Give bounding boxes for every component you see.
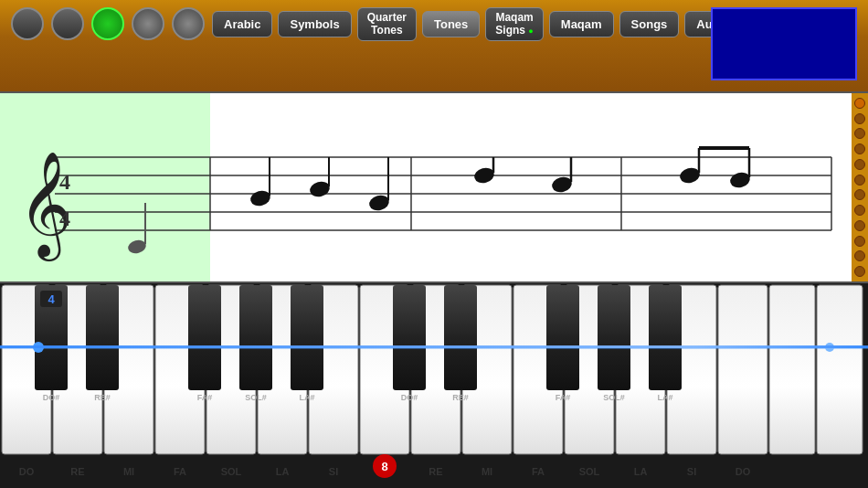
note-badge-8: 8 bbox=[381, 460, 387, 473]
svg-text:SOL#: SOL# bbox=[245, 393, 267, 402]
staff-lines: 𝄞 4 4 bbox=[0, 93, 841, 283]
nav-quarter-tones-button[interactable]: QuarterTones bbox=[357, 7, 417, 41]
scroll-dot[interactable] bbox=[854, 220, 865, 231]
svg-text:RE#: RE# bbox=[452, 393, 469, 402]
scroll-dot[interactable] bbox=[854, 128, 865, 139]
scroll-dot[interactable] bbox=[854, 266, 865, 277]
nav-tones-button[interactable]: Tones bbox=[422, 11, 480, 37]
stop-button[interactable] bbox=[132, 7, 164, 40]
nav-maqam-button[interactable]: Maqam bbox=[549, 11, 614, 37]
scroll-dot[interactable] bbox=[854, 175, 865, 186]
piano-indicator-line bbox=[0, 345, 868, 348]
scroll-dot[interactable] bbox=[854, 250, 865, 261]
svg-text:FA: FA bbox=[532, 466, 545, 477]
pause-button[interactable] bbox=[172, 7, 205, 40]
scroll-dot[interactable] bbox=[854, 236, 865, 247]
svg-rect-65 bbox=[86, 285, 119, 390]
nav-songs-button[interactable]: Songs bbox=[619, 11, 680, 37]
svg-text:SOL: SOL bbox=[579, 466, 600, 477]
piano-area: DO RE MI FA SOL LA SI DO 8 RE MI FA bbox=[0, 283, 868, 484]
top-bar: Arabic Symbols QuarterTones Tones MaqamS… bbox=[0, 0, 868, 91]
scroll-dot[interactable] bbox=[854, 205, 865, 216]
scroll-dot[interactable] bbox=[854, 189, 865, 200]
svg-rect-79 bbox=[598, 285, 630, 390]
key-number-badge: 4 bbox=[48, 292, 55, 306]
svg-point-16 bbox=[308, 179, 331, 198]
svg-text:DO#: DO# bbox=[401, 393, 418, 402]
scroll-dot[interactable] bbox=[854, 113, 865, 124]
svg-rect-81 bbox=[649, 285, 682, 390]
sheet-music-area: 𝄞 4 4 bbox=[0, 91, 868, 283]
nav-maqam-signs-button[interactable]: MaqamSigns ● bbox=[485, 7, 543, 41]
scroll-dot[interactable] bbox=[854, 143, 865, 154]
svg-rect-67 bbox=[188, 285, 221, 390]
svg-rect-69 bbox=[239, 285, 272, 390]
play-button[interactable] bbox=[91, 7, 124, 40]
svg-text:RE: RE bbox=[70, 466, 84, 477]
svg-text:4: 4 bbox=[59, 170, 70, 194]
svg-text:DO: DO bbox=[736, 466, 751, 477]
nav-symbols-button[interactable]: Symbols bbox=[278, 11, 351, 37]
svg-rect-61 bbox=[817, 285, 863, 454]
scroll-dot[interactable] bbox=[854, 159, 865, 170]
svg-text:RE#: RE# bbox=[94, 393, 111, 402]
svg-rect-77 bbox=[546, 285, 579, 390]
svg-text:DO#: DO# bbox=[43, 393, 60, 402]
svg-text:FA#: FA# bbox=[556, 393, 571, 402]
svg-text:MI: MI bbox=[482, 466, 492, 477]
svg-text:SOL#: SOL# bbox=[603, 393, 625, 402]
piano-keyboard[interactable]: DO RE MI FA SOL LA SI DO 8 RE MI FA bbox=[0, 283, 868, 488]
speed-up-button[interactable] bbox=[11, 7, 44, 40]
svg-text:LA: LA bbox=[634, 466, 648, 477]
svg-rect-58 bbox=[718, 285, 767, 454]
svg-text:SOL: SOL bbox=[221, 466, 242, 477]
svg-rect-75 bbox=[444, 285, 477, 390]
svg-point-18 bbox=[367, 193, 390, 212]
svg-text:FA#: FA# bbox=[197, 393, 213, 402]
svg-text:SI: SI bbox=[687, 466, 696, 477]
nav-arabic-button[interactable]: Arabic bbox=[212, 11, 272, 37]
info-box bbox=[711, 7, 857, 80]
svg-rect-73 bbox=[393, 285, 426, 390]
key-label-do1: DO bbox=[19, 466, 35, 477]
svg-text:MI: MI bbox=[123, 466, 134, 477]
svg-text:LA: LA bbox=[276, 466, 290, 477]
scroll-dots[interactable] bbox=[852, 93, 868, 281]
svg-text:LA#: LA# bbox=[299, 393, 314, 402]
svg-text:FA: FA bbox=[174, 466, 186, 477]
svg-text:RE: RE bbox=[429, 466, 442, 477]
svg-text:4: 4 bbox=[59, 207, 70, 230]
svg-point-14 bbox=[249, 188, 271, 207]
svg-text:SI: SI bbox=[329, 466, 338, 477]
svg-rect-60 bbox=[769, 285, 815, 454]
speed-down-button[interactable] bbox=[51, 7, 84, 40]
svg-text:LA#: LA# bbox=[657, 393, 672, 402]
scroll-dot[interactable] bbox=[854, 98, 865, 109]
svg-rect-71 bbox=[291, 285, 323, 390]
